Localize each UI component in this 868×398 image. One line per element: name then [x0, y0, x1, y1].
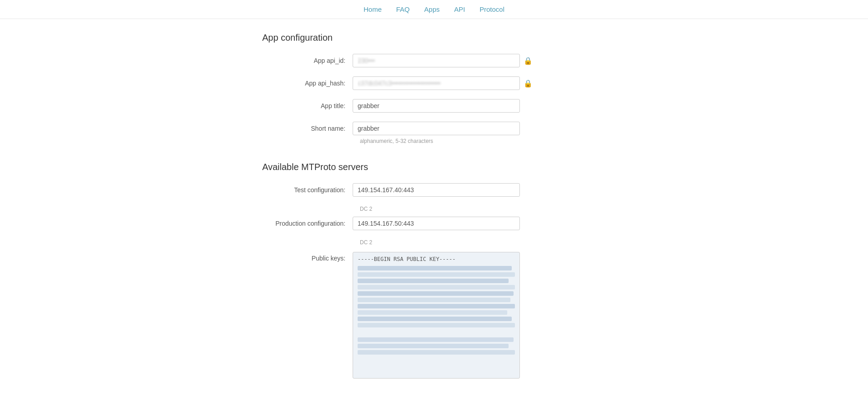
api-id-lock-icon: 🔒	[524, 57, 533, 65]
nav-faq[interactable]: FAQ	[396, 5, 410, 13]
app-config-title: App configuration	[262, 33, 606, 43]
public-keys-blurred	[353, 266, 519, 355]
public-keys-group: Public keys: -----BEGIN RSA PUBLIC KEY--…	[262, 252, 606, 379]
api-id-group: App api_id: 🔒	[262, 54, 606, 67]
public-keys-first-line: -----BEGIN RSA PUBLIC KEY-----	[353, 252, 519, 264]
app-title-input[interactable]	[353, 99, 520, 113]
api-id-label: App api_id:	[262, 57, 353, 64]
api-hash-input[interactable]	[353, 76, 520, 90]
public-keys-content: -----BEGIN RSA PUBLIC KEY-----	[353, 252, 520, 379]
api-hash-lock-icon: 🔒	[524, 79, 533, 88]
api-hash-label: App api_hash:	[262, 80, 353, 87]
production-config-label: Production configuration:	[262, 220, 353, 227]
production-config-group: Production configuration:	[262, 217, 606, 230]
short-name-group: Short name:	[262, 122, 606, 135]
short-name-label: Short name:	[262, 125, 353, 132]
app-title-group: App title:	[262, 99, 606, 113]
app-title-label: App title:	[262, 102, 353, 109]
main-nav: Home FAQ Apps API Protocol	[0, 0, 868, 19]
short-name-hint: alphanumeric, 5-32 characters	[360, 138, 606, 144]
nav-api[interactable]: API	[454, 5, 465, 13]
mtproto-title: Available MTProto servers	[262, 162, 606, 172]
api-hash-group: App api_hash: 🔒	[262, 76, 606, 90]
test-config-label: Test configuration:	[262, 186, 353, 194]
nav-protocol[interactable]: Protocol	[480, 5, 505, 13]
test-config-input[interactable]	[353, 183, 520, 197]
test-config-dc: DC 2	[360, 206, 606, 212]
production-config-input[interactable]	[353, 217, 520, 230]
nav-home[interactable]: Home	[363, 5, 382, 13]
api-id-input[interactable]	[353, 54, 520, 67]
nav-apps[interactable]: Apps	[424, 5, 439, 13]
public-keys-label: Public keys:	[262, 252, 353, 262]
production-config-dc: DC 2	[360, 239, 606, 246]
test-config-group: Test configuration:	[262, 183, 606, 197]
page-content: App configuration App api_id: 🔒 App api_…	[253, 19, 615, 398]
short-name-input[interactable]	[353, 122, 520, 135]
